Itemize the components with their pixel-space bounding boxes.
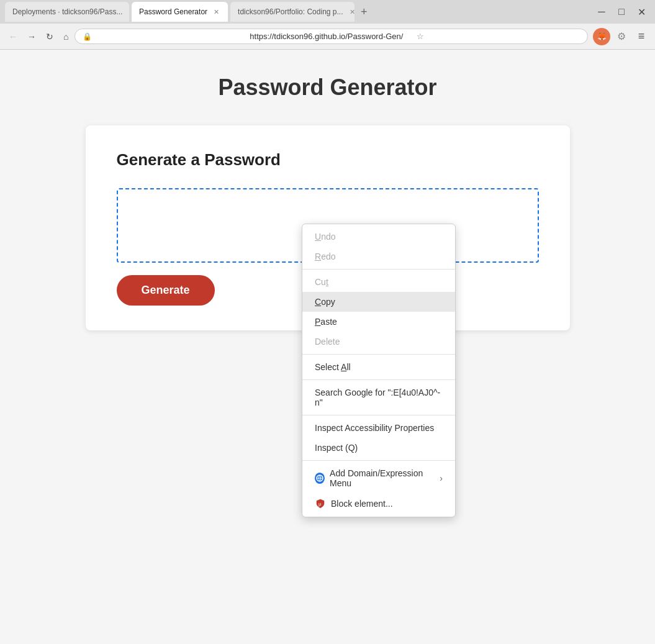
menu-item-inspect-accessibility[interactable]: Inspect Accessibility Properties <box>302 418 455 438</box>
menu-label-block-element: Block element... <box>331 499 393 509</box>
menu-item-add-domain[interactable]: Add Domain/Expression Menu › <box>302 463 455 493</box>
menu-item-select-all[interactable]: Select All <box>302 357 455 377</box>
menu-label-search-google: Search Google for ":E[4u0!AJ0^-n" <box>315 388 443 407</box>
menu-label-delete: Delete <box>315 337 340 347</box>
menu-divider-5 <box>302 460 455 461</box>
menu-divider-3 <box>302 379 455 380</box>
menu-item-paste[interactable]: Paste <box>302 312 455 332</box>
menu-item-copy[interactable]: Copy <box>302 292 455 312</box>
menu-item-block-element[interactable]: μ Block element... <box>302 493 455 514</box>
menu-label-inspect-accessibility: Inspect Accessibility Properties <box>315 423 434 433</box>
menu-item-search-google[interactable]: Search Google for ":E[4u0!AJ0^-n" <box>302 383 455 412</box>
menu-label-redo: Redo <box>315 252 335 261</box>
menu-item-undo[interactable]: Undo <box>302 227 455 247</box>
svg-text:μ: μ <box>318 501 322 507</box>
menu-label-cut: Cut <box>315 277 328 287</box>
menu-label-select-all: Select All <box>315 362 351 372</box>
menu-item-inspect[interactable]: Inspect (Q) <box>302 438 455 458</box>
menu-label-add-domain: Add Domain/Expression Menu <box>330 468 435 488</box>
menu-divider-4 <box>302 415 455 415</box>
menu-label-copy: Copy <box>315 297 335 307</box>
context-menu-overlay: Undo Redo Cut Copy Paste Delete Select A… <box>0 0 655 644</box>
menu-item-redo[interactable]: Redo <box>302 247 455 266</box>
menu-divider-1 <box>302 269 455 270</box>
menu-label-paste: Paste <box>315 317 337 327</box>
context-menu: Undo Redo Cut Copy Paste Delete Select A… <box>302 224 456 517</box>
shield-icon: μ <box>315 498 326 509</box>
submenu-arrow-icon: › <box>440 473 443 483</box>
menu-divider-2 <box>302 354 455 355</box>
menu-label-inspect: Inspect (Q) <box>315 443 358 453</box>
globe-icon <box>315 473 325 484</box>
menu-item-cut[interactable]: Cut <box>302 272 455 292</box>
menu-label-undo: Undo <box>315 232 335 242</box>
menu-item-delete[interactable]: Delete <box>302 332 455 351</box>
